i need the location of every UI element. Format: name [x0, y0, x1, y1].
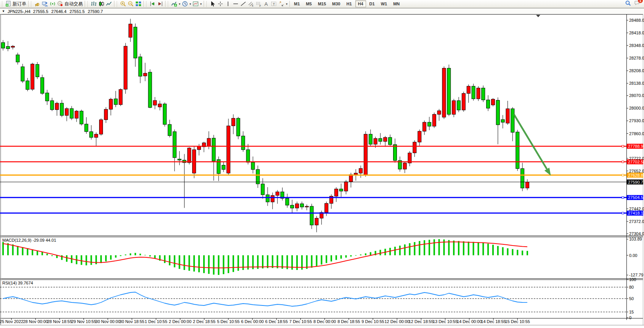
zoom-out-button[interactable]: [127, 0, 135, 8]
svg-text:T: T: [273, 2, 275, 6]
timeframe-button-D1[interactable]: D1: [367, 0, 377, 7]
signals-button[interactable]: [49, 0, 56, 8]
timeframe-button-H1[interactable]: H1: [344, 0, 354, 7]
bear-candle: [173, 132, 176, 158]
main-toolbar: 新订单自动交易▾▾▾EFAT▾M1M5M15M30H1H4D1W1MN1: [0, 0, 644, 8]
chart-shift-marker-icon[interactable]: [536, 15, 540, 17]
time-axis-label: 28 Nov 00:00: [23, 319, 48, 324]
macd-histogram-bar: [434, 239, 435, 255]
cursor-icon: [210, 1, 216, 7]
chevron-down-icon[interactable]: ▾: [200, 2, 202, 6]
zoom-in-button[interactable]: [119, 0, 127, 8]
bear-candle: [521, 169, 524, 188]
cursor-button[interactable]: [209, 0, 217, 8]
bear-candle: [85, 124, 88, 132]
news-button[interactable]: [34, 0, 41, 8]
bear-candle: [291, 205, 294, 208]
templates-button[interactable]: ▾: [192, 0, 202, 8]
chevron-down-icon[interactable]: ▾: [286, 2, 287, 6]
chart-shift-button[interactable]: [156, 0, 164, 8]
macd-histogram-bar: [110, 255, 112, 260]
bear-candle: [511, 109, 514, 132]
notifications-button[interactable]: 1: [634, 0, 640, 8]
bear-candle: [339, 189, 343, 191]
chart-canvas[interactable]: 27788.927702.527628.827590.727504.527418…: [0, 14, 644, 328]
macd-histogram-bar: [419, 241, 420, 255]
chevron-down-icon[interactable]: ▾: [179, 2, 180, 6]
time-axis-label: 6 Dec 18:55: [265, 319, 288, 324]
bull-candle: [31, 64, 34, 89]
text-label-button[interactable]: T: [270, 0, 278, 8]
macd-histogram-bar: [12, 244, 14, 255]
timeframe-button-W1[interactable]: W1: [378, 0, 390, 7]
timeframe-button-H4[interactable]: H4: [355, 0, 366, 7]
macd-histogram-bar: [340, 255, 342, 259]
crosshair-button[interactable]: [217, 0, 224, 8]
horizontal-line-button[interactable]: [232, 0, 239, 8]
timeframe-button-M1[interactable]: M1: [291, 0, 302, 7]
auto-scroll-button[interactable]: [149, 0, 156, 8]
bear-candle: [222, 165, 225, 170]
bear-candle: [138, 57, 142, 76]
periods-button[interactable]: ▾: [181, 0, 192, 8]
vertical-line-button[interactable]: [224, 0, 232, 8]
bear-candle: [21, 67, 24, 81]
chevron-down-icon[interactable]: ▾: [190, 2, 191, 6]
equidistant-channel-icon: E: [248, 1, 254, 7]
time-axis-label: 25 Nov 2022: [0, 319, 23, 324]
chart-menu-icon[interactable]: ▼: [2, 10, 5, 13]
rsi-scale-label: 50: [629, 296, 634, 301]
hline-handle[interactable]: [622, 174, 624, 176]
bar-chart-icon: [91, 1, 97, 7]
time-axis-label: 14 Dec 18:55: [481, 319, 506, 324]
new-order-button[interactable]: 新订单: [5, 0, 27, 8]
bar-chart-button[interactable]: [90, 0, 98, 8]
rsi-scale-label: 0: [629, 315, 631, 320]
arrows-button[interactable]: ▾: [278, 0, 288, 8]
chart-area[interactable]: 27788.927702.527628.827590.727504.527418…: [0, 14, 644, 328]
macd-histogram-bar: [272, 255, 273, 268]
timeframe-button-M5[interactable]: M5: [303, 0, 314, 7]
price-tag-label: 27628.8: [628, 173, 643, 178]
macd-histogram-bar: [487, 244, 489, 255]
macd-histogram-bar: [414, 242, 415, 255]
fibonacci-button[interactable]: F: [255, 0, 262, 8]
bear-candle: [148, 72, 152, 108]
timeframe-toolbar: M1M5M15M30H1H4D1W1MN: [291, 0, 403, 7]
hline-handle[interactable]: [622, 145, 624, 147]
new-chart-button[interactable]: ▾: [170, 0, 181, 8]
tile-windows-button[interactable]: [135, 0, 142, 8]
price-axis-label: 27860.0: [629, 131, 644, 136]
equidistant-channel-button[interactable]: E: [247, 0, 255, 8]
bear-candle: [133, 27, 137, 58]
hline-handle[interactable]: [622, 161, 624, 163]
toolbar-separator: [114, 1, 114, 7]
macd-histogram-bar: [365, 254, 366, 255]
macd-histogram-bar: [331, 255, 332, 262]
bear-candle: [310, 206, 313, 225]
macd-histogram-bar: [502, 247, 504, 255]
timeframe-button-M15[interactable]: M15: [315, 0, 329, 7]
trendline-button[interactable]: [239, 0, 247, 8]
auto-trading-button[interactable]: 自动交易: [56, 0, 84, 8]
text-button[interactable]: A: [262, 0, 270, 8]
price-axis: 28488.028418.028348.028278.028208.028138…: [627, 18, 644, 320]
macd-histogram-bar: [296, 255, 298, 270]
toolbar-right-group: 1: [625, 0, 644, 8]
search-button[interactable]: [625, 0, 631, 8]
macd-histogram-bar: [478, 242, 479, 255]
bear-candle: [246, 150, 250, 162]
macd-histogram-bar: [267, 255, 268, 268]
timeframe-button-MN[interactable]: MN: [390, 0, 402, 7]
line-chart-button[interactable]: [105, 0, 113, 8]
candlestick-chart-button[interactable]: [98, 0, 105, 8]
price-axis-label: 28138.0: [629, 81, 644, 86]
hline-handle[interactable]: [622, 197, 624, 199]
macd-histogram-bar: [115, 255, 117, 258]
web-terminal-button[interactable]: [41, 0, 49, 8]
macd-histogram-bar: [458, 241, 459, 255]
timeframe-button-M30[interactable]: M30: [329, 0, 343, 7]
arrows-icon: [278, 1, 284, 7]
bull-candle: [65, 108, 69, 115]
hline-handle[interactable]: [622, 212, 624, 214]
